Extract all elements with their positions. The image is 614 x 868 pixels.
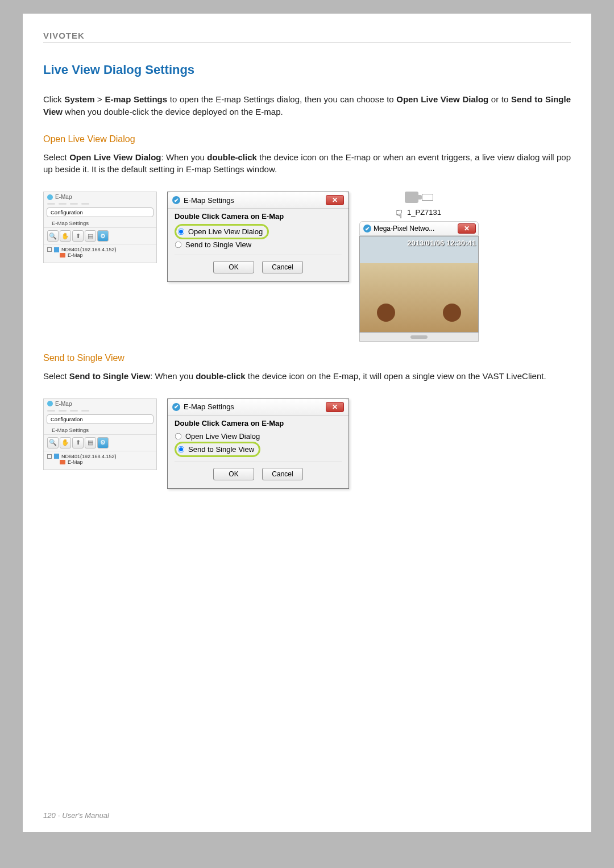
page-title: Live View Dialog Settings [43,63,571,77]
radio-open-live-view[interactable]: Open Live View Dialog [177,226,263,237]
page-footer: 120 - User's Manual [43,811,109,820]
figure-row-1: E-Map Configuration E-Map Settings 🔍 ✋ ⬆… [43,192,571,342]
tool-layer-icon[interactable]: ▤ [85,437,96,448]
sidepanel-tree-2: ND8401(192.168.4.152) E-Map [44,451,156,470]
radio-send-single-view[interactable]: Send to Single View [175,239,342,250]
dialog-heading: Double Click Camera on E-Map [175,212,342,221]
preview-close-icon[interactable]: ✕ [458,223,476,234]
sidepanel-window-controls-2 [44,409,156,413]
sidepanel-settings-item-2[interactable]: E-Map Settings [44,426,156,434]
dialog-titlebar-2: ✔E-Map Settings ✕ [168,399,349,416]
preview-logo-icon: ✔ [363,225,371,232]
logo-dot-icon [47,401,53,406]
radio-open-live-view-input-2[interactable] [175,433,182,439]
live-preview-block: ☟ 1_PZ7131 ✔Mega-Pixel Netwo... ✕ 2013/0… [359,192,479,342]
sidepanel-config-button[interactable]: Configuration [47,207,154,217]
radio-send-single-view-input-2[interactable] [178,446,185,452]
figure-row-2: E-Map Configuration E-Map Settings 🔍 ✋ ⬆… [43,398,571,489]
radio-send-single-view-2[interactable]: Send to Single View [177,444,254,455]
folder-icon [60,253,65,258]
device-icon [54,454,59,459]
sidepanel-title: E-Map [44,192,156,202]
dialog-title: E-Map Settings [184,196,234,205]
preview-control-bar[interactable] [359,333,479,342]
camera-rect-icon [422,194,433,201]
folder-icon [60,460,65,464]
section1-text: Select Open Live View Dialog: When you d… [43,151,571,176]
sidepanel-tree: ND8401(192.168.4.152) E-Map [44,244,156,263]
tool-hand-icon[interactable]: ✋ [60,437,71,448]
sidepanel-toolbar: 🔍 ✋ ⬆ ▤ ⚙ [44,227,156,244]
tool-settings-icon[interactable]: ⚙ [97,230,109,242]
highlight-send-single-view: Send to Single View [175,442,260,457]
tool-up-icon[interactable]: ⬆ [72,230,84,242]
preview-title: Mega-Pixel Netwo... [374,225,434,232]
drag-handle-icon[interactable] [410,335,428,339]
sidepanel-title-2: E-Map [44,399,156,409]
tool-zoom-icon[interactable]: 🔍 [47,437,59,448]
camera-icon [405,192,418,203]
close-icon[interactable]: ✕ [326,195,344,205]
sidepanel-settings-item[interactable]: E-Map Settings [44,219,156,227]
device-icon [54,247,59,252]
radio-open-live-view-input[interactable] [178,229,185,235]
tool-zoom-icon[interactable]: 🔍 [47,230,59,242]
tool-up-icon[interactable]: ⬆ [72,437,84,448]
ok-button[interactable]: OK [213,261,254,273]
tree-device-row[interactable]: ND8401(192.168.4.152) [47,454,153,459]
dialog-title-2: E-Map Settings [184,402,234,411]
radio-send-single-view-input[interactable] [175,242,182,248]
section2-text: Select Send to Single View: When you dou… [43,370,571,383]
tree-device-row[interactable]: ND8401(192.168.4.152) [47,247,153,252]
header-rule [43,43,571,43]
tool-hand-icon[interactable]: ✋ [60,230,71,242]
sidepanel-window-controls [44,202,156,206]
camera-row [405,192,433,203]
camera-label: 1_PZ7131 [407,208,441,217]
close-icon[interactable]: ✕ [326,402,344,412]
intro-paragraph: Click System > E-map Settings to open th… [43,93,571,118]
brand-label: VIVOTEK [43,31,571,40]
dialog-logo-icon: ✔ [172,196,180,204]
ok-button-2[interactable]: OK [213,468,254,480]
tree-emap-row[interactable]: E-Map [47,459,153,465]
highlight-open-live-view: Open Live View Dialog [175,224,269,239]
cancel-button-2[interactable]: Cancel [262,468,303,480]
sidepanel-toolbar-2: 🔍 ✋ ⬆ ▤ ⚙ [44,434,156,451]
section1-title: Open Live View Dialog [43,134,571,144]
cancel-button[interactable]: Cancel [262,261,303,273]
preview-timestamp: 2013/01/06 12:30:41 [407,239,476,247]
logo-dot-icon [47,194,53,200]
section2-title: Send to Single View [43,353,571,363]
emap-settings-dialog-2: ✔E-Map Settings ✕ Double Click Camera on… [167,398,349,489]
cursor-icon: ☟ [396,209,403,220]
dialog-logo-icon: ✔ [172,403,180,411]
dialog-titlebar: ✔E-Map Settings ✕ [168,192,349,209]
tool-layer-icon[interactable]: ▤ [85,230,96,242]
tree-emap-row[interactable]: E-Map [47,252,153,258]
preview-video: 2013/01/06 12:30:41 [359,236,479,333]
emap-settings-dialog-1: ✔E-Map Settings ✕ Double Click Camera on… [167,192,349,282]
camera-label-row: ☟ 1_PZ7131 [397,206,441,218]
dialog-heading-2: Double Click Camera on E-Map [175,419,342,427]
tool-settings-icon[interactable]: ⚙ [97,437,109,448]
preview-titlebar: ✔Mega-Pixel Netwo... ✕ [359,221,479,236]
emap-side-panel-2: E-Map Configuration E-Map Settings 🔍 ✋ ⬆… [43,398,157,470]
emap-side-panel: E-Map Configuration E-Map Settings 🔍 ✋ ⬆… [43,192,157,263]
radio-open-live-view-2[interactable]: Open Live View Dialog [175,431,342,442]
sidepanel-config-button-2[interactable]: Configuration [47,414,154,424]
